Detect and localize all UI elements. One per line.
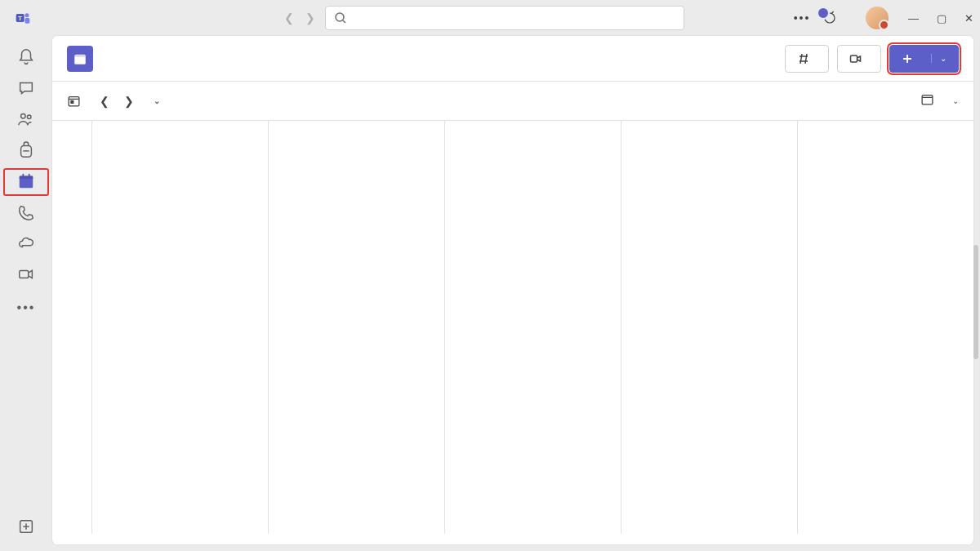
rail-activity[interactable] [0,42,52,73]
calendar-view-icon [920,92,934,109]
rail-chat[interactable] [0,73,52,104]
video-icon [16,264,36,284]
day-column[interactable] [91,167,268,534]
day-header[interactable] [797,121,973,167]
rail-teams[interactable] [0,104,52,136]
teams-logo-icon: T [7,2,39,34]
date-nav: ❮ ❯ ⌄ [100,95,160,108]
history-nav: ❮ ❯ [284,11,315,24]
svg-point-10 [27,115,31,119]
new-meeting-button[interactable]: ⌄ [889,45,959,73]
chevron-down-icon: ⌄ [952,96,959,105]
day-column[interactable] [444,167,621,534]
search-box[interactable] [325,6,684,30]
backpack-icon [16,140,36,160]
rail-calendar[interactable] [0,167,52,198]
notifications-icon[interactable] [823,11,836,24]
app-rail: ••• [0,36,52,551]
avatar[interactable] [866,7,889,29]
calendar-today-icon [67,94,82,109]
chat-icon [16,78,36,98]
calendar-grid[interactable] [52,167,973,544]
rail-onedrive[interactable] [0,229,52,260]
bell-icon [16,47,36,67]
svg-rect-2 [25,18,30,24]
rail-assignments[interactable] [0,136,52,167]
current-month-picker[interactable]: ⌄ [149,96,160,105]
rail-apps[interactable] [0,512,52,543]
svg-point-1 [25,13,29,17]
search-icon [334,11,347,24]
calendar-badge-icon [67,46,93,72]
minimize-icon[interactable]: — [908,12,919,24]
svg-rect-14 [20,176,33,180]
svg-rect-22 [74,54,86,56]
maximize-icon[interactable]: ▢ [937,12,947,24]
window-controls: — ▢ ✕ [908,12,973,24]
history-forward-icon[interactable]: ❯ [305,11,315,24]
day-header[interactable] [621,121,797,167]
svg-line-26 [805,54,807,64]
calendar-icon [16,171,36,191]
day-header[interactable] [444,121,621,167]
hash-icon [797,52,810,65]
phone-icon [16,202,36,222]
next-period-icon[interactable]: ❯ [124,95,134,108]
svg-rect-33 [922,96,933,104]
today-button[interactable] [67,94,88,109]
titlebar: T ❮ ❯ ••• — ▢ ✕ [0,0,980,36]
svg-rect-32 [71,100,74,103]
day-header[interactable] [268,121,444,167]
page-header: ⌄ [52,36,973,82]
close-icon[interactable]: ✕ [964,12,973,24]
svg-line-5 [343,20,345,23]
history-back-icon[interactable]: ❮ [284,11,294,24]
join-with-id-button[interactable] [785,45,829,73]
plus-icon [902,53,913,64]
day-column[interactable] [797,167,973,534]
svg-rect-15 [22,174,24,177]
rail-calls[interactable] [0,198,52,229]
day-column[interactable] [621,167,797,534]
rail-meet[interactable] [0,260,52,291]
day-header-row [52,121,973,167]
rail-more[interactable]: ••• [11,294,42,322]
svg-rect-30 [69,96,79,105]
svg-rect-13 [20,176,33,189]
chevron-down-icon: ⌄ [154,96,160,105]
svg-line-7 [831,11,834,14]
cloud-icon [16,233,36,253]
calendar-toolbar: ❮ ❯ ⌄ ⌄ [52,82,973,121]
search-input[interactable] [354,11,675,25]
svg-point-9 [21,114,25,119]
svg-rect-27 [851,56,858,62]
video-icon [849,52,862,65]
day-header[interactable] [91,121,268,167]
chevron-down-icon[interactable]: ⌄ [931,54,947,63]
notification-badge [817,7,830,20]
more-icon[interactable]: ••• [795,11,808,24]
svg-rect-17 [20,270,29,278]
day-column[interactable] [268,167,444,534]
scrollbar[interactable] [973,245,978,359]
svg-text:T: T [18,15,22,22]
svg-line-25 [800,54,802,64]
main-content: ⌄ ❮ ❯ ⌄ ⌄ [52,36,973,544]
svg-point-4 [336,13,344,21]
meet-now-button[interactable] [837,45,881,73]
svg-rect-16 [29,174,30,177]
view-selector[interactable]: ⌄ [920,92,959,109]
prev-period-icon[interactable]: ❮ [100,95,109,108]
apps-icon [16,517,36,536]
people-icon [16,109,36,129]
